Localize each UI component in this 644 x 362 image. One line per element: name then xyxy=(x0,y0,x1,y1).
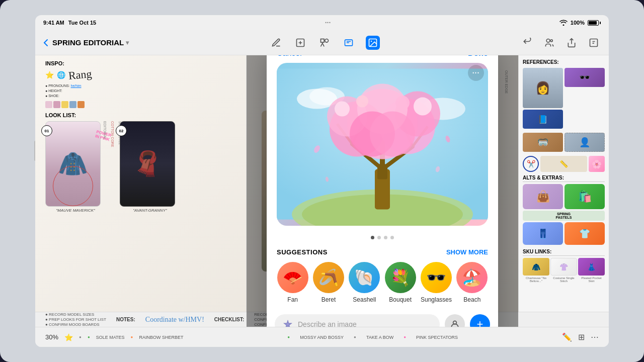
share-button[interactable] xyxy=(565,36,579,50)
sunglasses-emoji: 🕶️ xyxy=(421,262,452,293)
zoom-level[interactable]: 30% xyxy=(45,333,58,341)
beach-label: Beach xyxy=(463,296,480,303)
pen-tool-button[interactable] xyxy=(269,36,283,50)
note-2: ● PREP LOOKS FOR SHOT LIST xyxy=(45,317,106,322)
rainbow-dot: ● xyxy=(131,335,133,339)
back-chevron-icon xyxy=(43,39,48,47)
ipad-frame: 9:41 AM Tue Oct 15 ··· 100% xyxy=(0,0,644,362)
sparkle-icon xyxy=(283,319,293,327)
center-panel: OUTER EDGE 👗 Cancel xyxy=(247,55,518,327)
bottom-bar: 30% ⭐ ● ● SOLE MATES ● RAINBOW SHERBET ●… xyxy=(35,327,609,347)
right-panel: REFERENCES: 👩 🕶️ 📘 🥽 👤 xyxy=(518,55,609,327)
suggestions-header: SUGGESTIONS SHOW MORE xyxy=(277,248,488,256)
image-button[interactable] xyxy=(366,36,380,50)
beret-emoji: 🪃 xyxy=(313,262,344,293)
describe-input-field[interactable]: Describe an image xyxy=(275,314,440,327)
fan-label: Fan xyxy=(287,296,298,303)
suggestion-beret[interactable]: 🪃 Beret xyxy=(312,262,344,303)
show-more-button[interactable]: SHOW MORE xyxy=(446,248,488,256)
left-notes: ● RECORD MODEL SIZES ● PREP LOOKS FOR SH… xyxy=(45,312,106,327)
add-button[interactable]: + xyxy=(470,314,490,327)
notes-center-label: NOTES: xyxy=(116,317,135,322)
pencil-edit-button[interactable] xyxy=(587,36,601,50)
done-button[interactable]: Done xyxy=(468,55,488,58)
svg-point-32 xyxy=(370,112,415,157)
text-box-button[interactable] xyxy=(293,36,307,50)
sunglasses-label: Sunglasses xyxy=(421,296,452,303)
shapes-button[interactable] xyxy=(317,36,332,50)
sku-item-3: 👗 xyxy=(578,258,605,276)
title-dropdown-icon: ▾ xyxy=(126,39,129,46)
modal-header: Cancel Done xyxy=(267,55,498,63)
take-bow-dot: ● xyxy=(354,335,356,339)
bottom-tab-1: ● xyxy=(79,335,82,339)
bottom-icon-1[interactable]: ✏️ xyxy=(562,332,572,342)
pink-label: PINK SPECTATORS xyxy=(416,335,458,340)
ref-person2: 👤 xyxy=(565,133,605,152)
ref-glasses-image: 🕶️ xyxy=(565,68,605,87)
ref-blue-block: 📘 xyxy=(523,110,563,129)
undo-button[interactable] xyxy=(520,36,534,50)
checklist-label: CHECKLIST: xyxy=(214,317,244,322)
sku-label-2: Costume Single Stitch xyxy=(550,277,577,283)
page-indicator xyxy=(267,231,498,244)
status-date: Tue Oct 15 xyxy=(68,20,96,26)
person-icon xyxy=(450,319,460,327)
alts-label: ALTS & EXTRAS: xyxy=(523,175,605,182)
back-button[interactable] xyxy=(43,39,48,47)
sku-label-3: Pleated Pocket Skirt xyxy=(578,277,605,283)
wifi-icon xyxy=(559,20,568,26)
modal-image-area: ··· xyxy=(267,63,498,230)
page-dot-1 xyxy=(371,236,374,239)
pink-dot: ● xyxy=(404,335,406,339)
suggestion-bouquet[interactable]: 💐 Bouquet xyxy=(384,262,416,303)
sku-item-2: 👚 xyxy=(550,258,577,276)
bottom-icon-2[interactable]: ⊞ xyxy=(578,332,585,342)
suggestion-fan[interactable]: 🪭 Fan xyxy=(277,262,308,303)
alt-bag-1: 👜 xyxy=(523,184,563,209)
figure-1-name: "MAUVE MAVERICK" xyxy=(45,208,106,213)
document-title[interactable]: SPRING EDITORIAL ▾ xyxy=(52,38,129,47)
status-time: 9:41 AM xyxy=(43,20,64,26)
svg-point-36 xyxy=(395,96,410,110)
sku-item-1: 🧥 xyxy=(523,258,549,276)
toolbar: SPRING EDITORIAL ▾ xyxy=(35,30,609,55)
svg-point-41 xyxy=(287,323,289,325)
handwritten-notes: Coordinate w/HMV! xyxy=(145,316,204,324)
svg-point-34 xyxy=(414,98,432,116)
svg-point-6 xyxy=(546,39,550,42)
suggestion-sunglasses[interactable]: 🕶️ Sunglasses xyxy=(420,262,452,303)
sku-label-1: Chartreuse "No Before..." xyxy=(523,277,549,283)
references-label: REFERENCES: xyxy=(523,59,605,65)
svg-point-7 xyxy=(550,39,552,41)
ref-brown-glasses: 🥽 xyxy=(523,133,563,152)
cancel-button[interactable]: Cancel xyxy=(277,55,302,58)
bottom-icon-3[interactable]: ⋯ xyxy=(591,332,599,342)
ipad-screen: 9:41 AM Tue Oct 15 ··· 100% xyxy=(35,15,609,347)
note-3: ● CONFIRM MOOD BOARDS xyxy=(45,322,106,327)
suggestion-seashell[interactable]: 🐚 Seashell xyxy=(349,262,380,303)
person-button[interactable] xyxy=(445,314,465,327)
beach-emoji: 🏖️ xyxy=(456,262,488,293)
suggestions-section: SUGGESTIONS SHOW MORE 🪭 Fan xyxy=(267,244,498,309)
svg-point-5 xyxy=(371,40,372,42)
suggestion-beach[interactable]: 🏖️ Beach xyxy=(456,262,488,303)
ref-flower: 🌸 xyxy=(589,156,605,172)
alt-top: 👕 xyxy=(565,222,605,245)
pastels-label: PASTELS xyxy=(524,216,603,219)
take-bow-label: TAKE A BOW xyxy=(366,335,393,340)
sku-links-label: SKU LINKS: xyxy=(523,249,605,256)
sole-mates-label: SOLE MATES xyxy=(96,335,125,340)
figure-1-badge: 01 xyxy=(41,125,52,136)
spring-pastels-box: SPRING PASTELS xyxy=(523,211,605,221)
seashell-label: Seashell xyxy=(353,296,376,303)
left-panel: INSPO: ⭐ 🌐 Rang ● PRONOUNS: he/him ● HEI… xyxy=(35,55,247,327)
describe-placeholder: Describe an image xyxy=(298,320,357,327)
modal-input-area: Describe an image + xyxy=(267,309,498,327)
people-button[interactable] xyxy=(542,36,556,50)
text-field-button[interactable] xyxy=(342,36,356,50)
rainbow-label: RAINBOW SHERBET xyxy=(139,335,183,340)
page-dot-4 xyxy=(390,236,394,239)
star-icon[interactable]: ⭐ xyxy=(64,333,73,341)
bouquet-emoji: 💐 xyxy=(385,262,416,293)
